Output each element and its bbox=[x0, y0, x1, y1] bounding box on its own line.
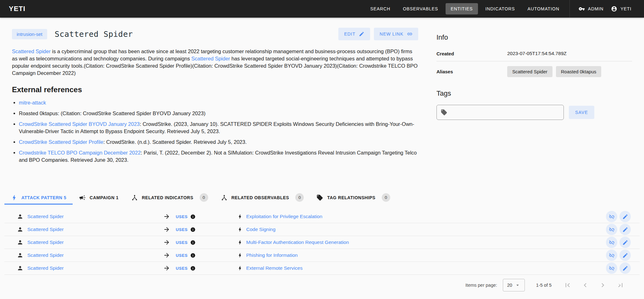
next-page-button[interactable] bbox=[599, 281, 607, 289]
relation-cell: USES bbox=[163, 265, 237, 272]
edit-relationship-button[interactable] bbox=[619, 224, 631, 235]
info-table: Created 2023-07-05T17:54:54.789Z Aliases… bbox=[436, 46, 632, 82]
reference-link[interactable]: CrowdStrike Scattered Spider Profile bbox=[19, 139, 103, 145]
relation-type-link[interactable]: USES bbox=[176, 227, 188, 232]
edit-relationship-button[interactable] bbox=[619, 211, 631, 222]
nav-user[interactable]: YETI bbox=[607, 3, 635, 15]
target-cell: Phishing for Information bbox=[237, 252, 606, 258]
tab-related-observables[interactable]: RELATED OBSERVABLES0 bbox=[214, 191, 310, 205]
info-row-created: Created 2023-07-05T17:54:54.789Z bbox=[436, 46, 632, 61]
row-actions bbox=[606, 237, 631, 248]
created-value: 2023-07-05T17:54:54.789Z bbox=[507, 51, 567, 56]
link-off-icon bbox=[609, 227, 615, 233]
nav-admin-label: ADMIN bbox=[588, 6, 604, 11]
source-link[interactable]: Scattered Spider bbox=[27, 240, 64, 245]
relation-type-link[interactable]: USES bbox=[176, 214, 188, 219]
edit-relationship-button[interactable] bbox=[619, 262, 631, 274]
target-link[interactable]: Multi-Factor Authentication Request Gene… bbox=[246, 240, 349, 245]
reference-link[interactable]: mitre-attack bbox=[19, 100, 46, 105]
nav-admin[interactable]: ADMIN bbox=[575, 3, 608, 15]
tab-label: TAG RELATIONSHIPS bbox=[327, 195, 375, 200]
info-icon[interactable] bbox=[188, 240, 196, 245]
relation-type-link[interactable]: USES bbox=[176, 240, 188, 245]
created-label: Created bbox=[436, 51, 507, 56]
entity-inline-link[interactable]: Scattered Spider bbox=[12, 48, 51, 54]
first-page-icon bbox=[564, 281, 572, 289]
reference-item: CrowdStrike Scattered Spider BYOVD Janua… bbox=[19, 121, 418, 135]
tab-count-badge: 0 bbox=[200, 193, 208, 202]
info-icon[interactable] bbox=[188, 227, 196, 232]
unlink-button[interactable] bbox=[606, 211, 617, 222]
pagination: Items per page: 20 1-5 of 5 bbox=[4, 275, 640, 296]
arrow-right-icon bbox=[163, 239, 170, 246]
page-title: Scattered Spider bbox=[55, 30, 133, 39]
relation-type-link[interactable]: USES bbox=[176, 253, 188, 258]
nav-item-indicators[interactable]: INDICATORS bbox=[480, 3, 520, 14]
source-cell: Scattered Spider bbox=[17, 213, 163, 220]
target-link[interactable]: Code Signing bbox=[246, 227, 275, 232]
entity-inline-link[interactable]: Scattered Spider bbox=[191, 56, 230, 61]
tab-label: RELATED OBSERVABLES bbox=[231, 195, 289, 200]
new-link-button[interactable]: NEW LINK bbox=[374, 28, 418, 40]
unlink-button[interactable] bbox=[606, 250, 617, 261]
tags-input[interactable] bbox=[451, 110, 560, 115]
tags-title: Tags bbox=[436, 89, 632, 98]
target-cell: Code Signing bbox=[237, 227, 606, 232]
nav-item-entities[interactable]: ENTITIES bbox=[446, 3, 478, 14]
relation-type-link[interactable]: USES bbox=[176, 266, 188, 271]
unlink-button[interactable] bbox=[606, 237, 617, 248]
pencil-icon bbox=[622, 265, 628, 271]
relationship-row: Scattered SpiderUSESCode Signing bbox=[4, 223, 640, 236]
attack-pattern-icon bbox=[237, 265, 243, 271]
attack-pattern-icon bbox=[237, 240, 243, 245]
items-per-page-select[interactable]: 20 bbox=[503, 279, 525, 291]
tags-row: SAVE bbox=[436, 105, 632, 120]
nav-item-observables[interactable]: OBSERVABLES bbox=[398, 3, 443, 14]
relationship-row: Scattered SpiderUSESExploitation for Pri… bbox=[4, 210, 640, 223]
info-icon[interactable] bbox=[188, 253, 196, 258]
row-actions bbox=[606, 262, 631, 274]
source-link[interactable]: Scattered Spider bbox=[27, 214, 64, 219]
pencil-icon bbox=[359, 31, 364, 37]
target-link[interactable]: Exploitation for Privilege Escalation bbox=[246, 214, 322, 219]
info-icon[interactable] bbox=[188, 214, 196, 219]
unlink-button[interactable] bbox=[606, 262, 617, 274]
relationship-row: Scattered SpiderUSESExternal Remote Serv… bbox=[4, 262, 640, 275]
graph-icon bbox=[131, 194, 138, 201]
row-actions bbox=[606, 211, 631, 222]
save-button[interactable]: SAVE bbox=[569, 106, 594, 119]
tab-campaign-1[interactable]: CAMPAIGN 1 bbox=[73, 191, 125, 205]
arrow-right-icon bbox=[163, 265, 170, 272]
alias-chip: Roasted 0ktapus bbox=[556, 66, 602, 77]
reference-text: Roasted 0ktapus: (Citation: CrowdStrike … bbox=[19, 110, 205, 116]
source-link[interactable]: Scattered Spider bbox=[27, 252, 64, 258]
info-icon[interactable] bbox=[188, 266, 196, 271]
tab-tag-relationships[interactable]: TAG RELATIONSHIPS0 bbox=[310, 191, 396, 205]
source-link[interactable]: Scattered Spider bbox=[27, 265, 64, 271]
unlink-button[interactable] bbox=[606, 224, 617, 235]
row-actions bbox=[606, 250, 631, 261]
relationships-section: ATTACK PATTERN 5CAMPAIGN 1RELATED INDICA… bbox=[0, 191, 644, 296]
nav-item-search[interactable]: SEARCH bbox=[365, 3, 395, 14]
last-page-button[interactable] bbox=[616, 281, 625, 289]
relation-cell: USES bbox=[163, 213, 237, 220]
nav-item-automation[interactable]: AUTOMATION bbox=[523, 3, 564, 14]
edit-relationship-button[interactable] bbox=[619, 237, 631, 248]
first-page-button[interactable] bbox=[564, 281, 572, 289]
target-link[interactable]: External Remote Services bbox=[246, 265, 303, 271]
arrow-right-icon bbox=[163, 213, 170, 220]
new-link-button-label: NEW LINK bbox=[380, 31, 403, 37]
tab-related-indicators[interactable]: RELATED INDICATORS0 bbox=[125, 191, 214, 205]
edit-relationship-button[interactable] bbox=[619, 250, 631, 261]
previous-page-button[interactable] bbox=[581, 281, 589, 289]
reference-link[interactable]: Crowdstrike TELCO BPO Campaign December … bbox=[19, 150, 141, 155]
person-icon bbox=[17, 226, 23, 233]
reference-link[interactable]: CrowdStrike Scattered Spider BYOVD Janua… bbox=[19, 121, 140, 127]
edit-button[interactable]: EDIT bbox=[338, 28, 370, 40]
tab-attack-pattern-5[interactable]: ATTACK PATTERN 5 bbox=[4, 191, 73, 205]
reference-text: : CrowdStrike. (n.d.). Scattered Spider.… bbox=[103, 139, 247, 145]
source-link[interactable]: Scattered Spider bbox=[27, 227, 64, 232]
relationship-row: Scattered SpiderUSESPhishing for Informa… bbox=[4, 249, 640, 262]
edit-button-label: EDIT bbox=[344, 31, 355, 37]
target-link[interactable]: Phishing for Information bbox=[246, 252, 298, 258]
